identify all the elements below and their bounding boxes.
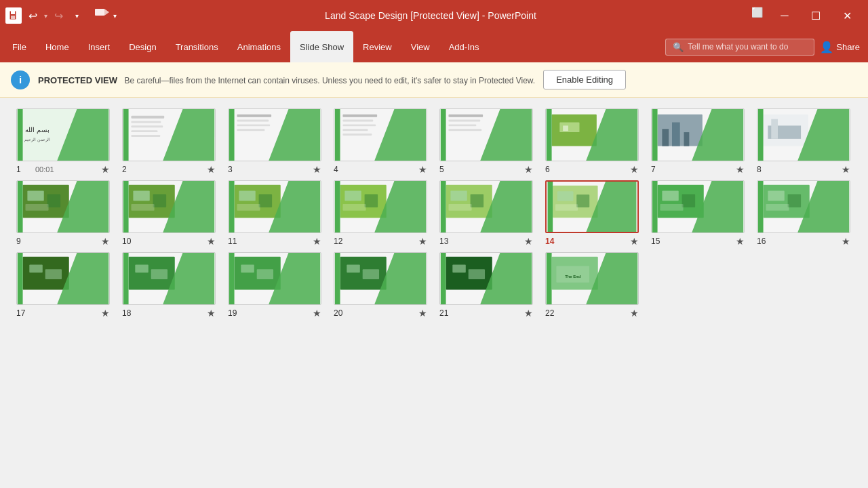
slide-star-14[interactable]: ★ <box>630 236 639 247</box>
slide-item-13[interactable]: 13 ★ <box>439 180 534 247</box>
tab-view[interactable]: View <box>401 31 439 62</box>
quick-access-customize[interactable]: ▾ <box>70 9 83 22</box>
tab-animations[interactable]: Animations <box>228 31 290 62</box>
slide-item-16[interactable]: 16 ★ <box>757 180 852 247</box>
slide-item-11[interactable]: 11 ★ <box>228 180 323 247</box>
search-box[interactable]: 🔍 <box>665 39 814 56</box>
svg-rect-127 <box>123 253 129 304</box>
svg-rect-38 <box>448 120 480 122</box>
slide-item-7[interactable]: 7 ★ <box>651 108 746 175</box>
redo-button[interactable]: ↪ <box>52 8 66 24</box>
restore-window-button[interactable]: ⬜ <box>745 0 769 24</box>
slide-item-6[interactable]: 6 ★ <box>545 108 640 175</box>
slide-item-8[interactable]: 8 ★ <box>757 108 852 175</box>
maximize-button[interactable]: ☐ <box>800 0 831 31</box>
tab-addins[interactable]: Add-Ins <box>439 31 489 62</box>
slide-star-22[interactable]: ★ <box>630 308 639 319</box>
slide-item-10[interactable]: 10 ★ <box>122 180 217 247</box>
slide-item-2[interactable]: 2 ★ <box>122 108 217 175</box>
protected-message: Be careful—files from the Internet can c… <box>124 76 535 85</box>
close-button[interactable]: ✕ <box>831 0 863 31</box>
slide-item-17[interactable]: 17 ★ <box>16 252 111 319</box>
slide-item-14[interactable]: 14 ★ <box>545 180 640 247</box>
svg-rect-50 <box>672 122 680 146</box>
svg-rect-66 <box>18 181 23 232</box>
svg-rect-139 <box>335 253 340 304</box>
svg-rect-125 <box>151 269 167 279</box>
slide-star-21[interactable]: ★ <box>524 308 533 319</box>
slide-item-22[interactable]: The End 22 ★ <box>545 252 640 319</box>
undo-dropdown[interactable]: ▾ <box>41 11 50 21</box>
svg-rect-17 <box>131 130 157 132</box>
svg-rect-133 <box>229 253 235 304</box>
slide-item-5[interactable]: 5 ★ <box>439 108 534 175</box>
svg-rect-90 <box>450 191 467 201</box>
undo-button[interactable]: ↩ <box>26 8 40 24</box>
tab-design[interactable]: Design <box>119 31 165 62</box>
tab-insert[interactable]: Insert <box>79 31 120 62</box>
slide-item-18[interactable]: 18 ★ <box>122 252 217 319</box>
minimize-button[interactable]: ─ <box>769 0 800 31</box>
slide-item-3[interactable]: 3 ★ <box>228 108 323 175</box>
slide-star-10[interactable]: ★ <box>207 236 216 247</box>
slide-star-5[interactable]: ★ <box>524 164 533 175</box>
slide-footer-5: 5 ★ <box>439 164 533 175</box>
slide-number-13: 13 <box>439 237 456 246</box>
svg-rect-69 <box>133 191 149 201</box>
slide-item-19[interactable]: 19 ★ <box>228 252 323 319</box>
svg-rect-76 <box>239 191 255 201</box>
search-input[interactable] <box>688 42 803 52</box>
slide-star-8[interactable]: ★ <box>842 164 850 175</box>
slide-star-1[interactable]: ★ <box>101 164 110 175</box>
tab-home[interactable]: Home <box>36 31 79 62</box>
slide-number-7: 7 <box>651 165 667 174</box>
slide-star-16[interactable]: ★ <box>842 236 850 247</box>
slide-star-20[interactable]: ★ <box>418 308 427 319</box>
tab-transitions[interactable]: Transitions <box>166 31 228 62</box>
slide-star-17[interactable]: ★ <box>101 308 110 319</box>
slide-footer-9: 9 ★ <box>16 236 110 247</box>
slide-item-15[interactable]: 15 ★ <box>651 180 746 247</box>
slide-star-15[interactable]: ★ <box>736 236 745 247</box>
slide-star-2[interactable]: ★ <box>207 164 216 175</box>
svg-text:بسم الله: بسم الله <box>25 126 49 134</box>
slide-star-12[interactable]: ★ <box>418 236 427 247</box>
slide-star-18[interactable]: ★ <box>207 308 216 319</box>
slide-star-19[interactable]: ★ <box>313 308 321 319</box>
slide-footer-17: 17 ★ <box>16 308 110 319</box>
svg-rect-119 <box>45 269 62 279</box>
presentation-icon <box>93 6 109 25</box>
window-title: Land Scape Design [Protected View] - Pow… <box>117 10 745 21</box>
tab-slideshow[interactable]: Slide Show <box>290 31 353 62</box>
enable-editing-button[interactable]: Enable Editing <box>543 70 626 89</box>
svg-rect-130 <box>241 265 254 273</box>
slide-star-6[interactable]: ★ <box>630 164 639 175</box>
slide-star-9[interactable]: ★ <box>101 236 110 247</box>
slide-item-4[interactable]: 4 ★ <box>334 108 429 175</box>
slide-footer-3: 3 ★ <box>228 164 321 175</box>
slide-item-9[interactable]: 9 ★ <box>16 180 111 247</box>
slide-footer-22: 22 ★ <box>545 308 639 319</box>
slide-item-21[interactable]: 21 ★ <box>439 252 534 319</box>
slide-star-4[interactable]: ★ <box>418 164 427 175</box>
protected-label: PROTECTED VIEW <box>38 75 117 85</box>
slide-star-7[interactable]: ★ <box>736 164 745 175</box>
save-button[interactable] <box>5 7 22 24</box>
svg-rect-136 <box>347 265 359 273</box>
svg-rect-78 <box>237 204 260 211</box>
tab-review[interactable]: Review <box>353 31 401 62</box>
slide-star-13[interactable]: ★ <box>524 236 533 247</box>
svg-rect-14 <box>131 116 164 119</box>
slide-star-3[interactable]: ★ <box>313 164 321 175</box>
slide-star-11[interactable]: ★ <box>313 236 321 247</box>
slide-item-12[interactable]: 12 ★ <box>334 180 429 247</box>
slide-thumbnail-2 <box>122 108 216 161</box>
slide-grid: بسم الله الرحمن الرحيم 1 00:01 ★ 2 ★ <box>16 108 852 319</box>
tab-file[interactable]: File <box>3 31 36 62</box>
share-button[interactable]: 👤 Share <box>820 41 860 54</box>
slide-item-1[interactable]: بسم الله الرحمن الرحيم 1 00:01 ★ <box>16 108 111 175</box>
svg-rect-103 <box>658 185 704 218</box>
slide-number-1: 1 <box>16 165 33 174</box>
slide-item-20[interactable]: 20 ★ <box>334 252 429 319</box>
svg-rect-85 <box>342 204 366 211</box>
